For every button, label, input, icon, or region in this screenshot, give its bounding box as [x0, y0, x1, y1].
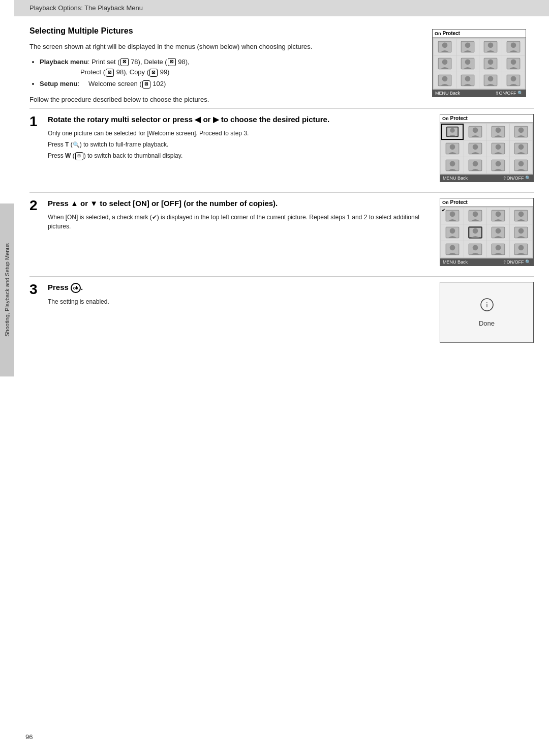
camera-screen-3: On Protect ✔ [440, 198, 534, 266]
step-2-wrapper: 2 Press ▲ or ▼ to select [ON] or [OFF] (… [14, 192, 549, 271]
header-title: Playback Options: The Playback Menu [29, 4, 143, 12]
svg-point-31 [518, 128, 524, 133]
grid-cell [464, 241, 486, 257]
grid-cell [441, 157, 464, 173]
svg-point-71 [518, 245, 524, 251]
grid-cell [441, 241, 464, 257]
grid-cell [434, 72, 456, 89]
svg-point-53 [496, 212, 501, 217]
grid-cell [479, 39, 502, 55]
grid-cell [441, 224, 464, 241]
grid-cell [434, 39, 456, 55]
svg-point-55 [518, 212, 524, 217]
grid-cell [510, 208, 532, 224]
grid-cell [510, 224, 532, 241]
grid-cell: ✔ [441, 208, 464, 224]
screen-3-header: On Protect [440, 198, 533, 207]
step-3-number: 3 [29, 282, 48, 343]
header-bar: Playback Options: The Playback Menu [14, 0, 549, 16]
onoff-label-1: ⇧ON/OFF 🔍 [495, 91, 524, 96]
screen-3-footer: MENU Back ⇧ON/OFF 🔍 [440, 258, 533, 266]
step-1-sub-3: Press W (⊞) to switch back to thumbnail … [48, 151, 432, 160]
screen-2-grid [440, 123, 533, 175]
grid-cell [487, 241, 509, 257]
svg-point-57 [450, 228, 455, 234]
grid-cell [464, 208, 486, 224]
screen-2-header: On Protect [440, 114, 533, 123]
grid-cell [510, 241, 532, 257]
grid-cell [510, 140, 532, 157]
screen-1-grid [433, 38, 526, 90]
screen-2-footer: MENU Back ⇧ON/OFF 🔍 [440, 175, 533, 182]
screen-1-header: On Protect [433, 30, 526, 38]
grid-cell [441, 124, 464, 140]
step-3-image: i Done [432, 282, 534, 343]
screen-1-title: Protect [443, 31, 460, 36]
grid-cell [487, 140, 509, 157]
svg-point-37 [496, 144, 501, 150]
info-icon: i [480, 298, 494, 314]
bt2: 98), [176, 58, 190, 66]
done-label: Done [479, 319, 495, 327]
step-1-number: 1 [29, 114, 48, 182]
bullet-setup-text: : Welcome screen ( [77, 80, 141, 88]
book-icon-4: ⊠ [149, 69, 158, 77]
book-icon-3: ⊠ [106, 69, 114, 77]
book-icon-5: ⊠ [142, 80, 150, 89]
onoff-label-3: ⇧ON/OFF 🔍 [503, 259, 531, 265]
grid-cell [434, 55, 456, 72]
svg-point-59 [473, 228, 478, 234]
svg-point-15 [511, 59, 516, 65]
grid-cell [502, 55, 525, 72]
svg-point-25 [450, 128, 454, 133]
bt6: 102) [151, 80, 166, 88]
svg-point-21 [488, 76, 494, 81]
follow-paragraph: Follow the procedure described below to … [29, 95, 422, 105]
menu-back-label-3: MENU Back [443, 259, 468, 265]
onoff-label-2: ⇧ON/OFF 🔍 [503, 176, 531, 181]
svg-point-11 [465, 59, 471, 65]
svg-point-65 [450, 245, 455, 251]
svg-point-43 [473, 161, 478, 167]
main-content: Playback Options: The Playback Menu Sele… [14, 0, 549, 756]
sidebar-tab: Shooting, Playback and Setup Menus [0, 203, 14, 376]
step-1-heading: Rotate the rotary multi selector or pres… [48, 114, 432, 125]
svg-point-47 [518, 161, 524, 167]
step-2-content: Press ▲ or ▼ to select [ON] or [OFF] (or… [48, 198, 432, 266]
on-indicator-1: On [435, 31, 441, 36]
step-3: 3 Press ok. The setting is enabled. i [29, 276, 534, 348]
step-2: 2 Press ▲ or ▼ to select [ON] or [OFF] (… [29, 192, 534, 271]
grid-cell [502, 72, 525, 89]
grid-cell [487, 224, 509, 241]
book-icon-1: ⊠ [120, 58, 129, 66]
svg-text:i: i [486, 301, 488, 309]
intro-paragraph: The screen shown at right will be displa… [29, 42, 422, 52]
svg-point-1 [442, 42, 448, 48]
screen-3-grid: ✔ [440, 207, 533, 258]
intro-section: Selecting Multiple Pictures The screen s… [14, 16, 549, 108]
step-2-number: 2 [29, 198, 48, 266]
menu-back-label: MENU Back [435, 91, 460, 96]
svg-point-3 [465, 42, 471, 48]
grid-icon: ⊞ [75, 152, 83, 160]
step-2-heading: Press ▲ or ▼ to select [ON] or [OFF] (or… [48, 198, 432, 209]
grid-cell [510, 157, 532, 173]
svg-point-39 [518, 144, 524, 150]
grid-cell [487, 208, 509, 224]
step-1-content: Rotate the rotary multi selector or pres… [48, 114, 432, 182]
bullet-playback: Playback menu: Print set (⊠ 78), Delete … [40, 57, 422, 78]
svg-point-61 [496, 228, 501, 234]
bt1: 78), Delete ( [129, 58, 167, 66]
ok-button-icon: ok [71, 283, 81, 293]
on-indicator-2: On [442, 116, 449, 121]
on-indicator-3: On [442, 200, 449, 205]
svg-point-13 [488, 59, 494, 65]
bullet-playback-text: : Print set ( [88, 58, 120, 66]
grid-cell [464, 124, 486, 140]
grid-cell [479, 72, 502, 89]
step-2-image: On Protect ✔ [432, 198, 534, 266]
step-3-content: Press ok. The setting is enabled. [48, 282, 432, 343]
bullet-setup: Setup menu: Welcome screen (⊠ 102) [40, 79, 422, 90]
svg-point-7 [511, 42, 516, 48]
svg-point-41 [450, 161, 455, 167]
